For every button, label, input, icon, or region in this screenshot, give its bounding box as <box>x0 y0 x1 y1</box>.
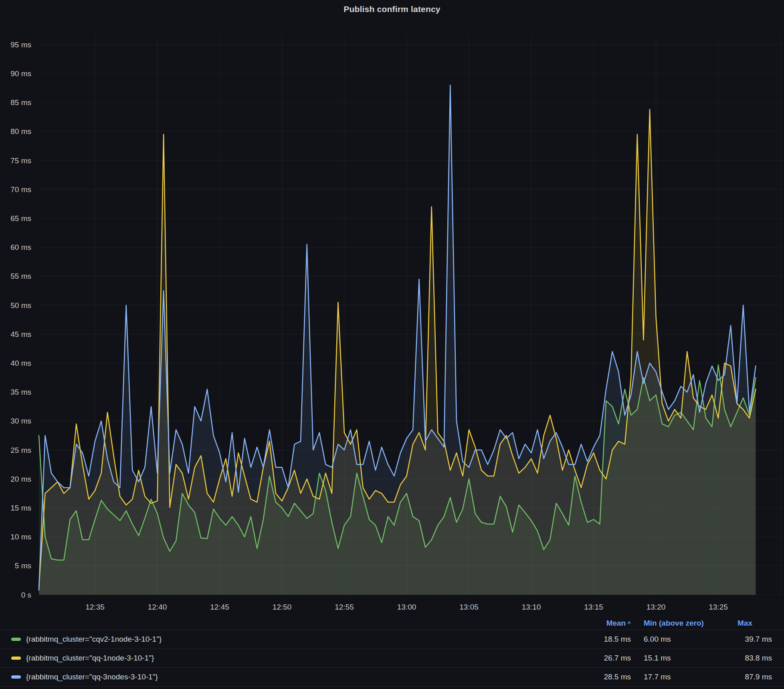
x-axis-tick-label: 12:55 <box>335 603 354 611</box>
x-axis-tick-label: 13:10 <box>522 603 541 611</box>
publish-confirm-latency-panel: Publish confirm latency 0 s5 ms10 ms15 m… <box>0 0 784 689</box>
y-axis-tick-label: 90 ms <box>10 69 31 78</box>
legend-header-max[interactable]: Max <box>716 619 784 628</box>
max-value: 87.9 ms <box>716 673 784 681</box>
series-color-swatch <box>11 657 21 660</box>
mean-value: 28.5 ms <box>563 673 631 681</box>
y-axis-tick-label: 30 ms <box>10 417 31 425</box>
legend-row: {rabbitmq_cluster="qq-3nodes-3-10-1"} 28… <box>0 667 784 687</box>
series-color-swatch <box>11 675 21 679</box>
y-axis-tick-label: 25 ms <box>10 446 31 454</box>
x-axis-tick-label: 13:05 <box>459 603 479 611</box>
series-color-swatch <box>11 638 21 641</box>
x-axis-tick-label: 13:00 <box>397 603 416 611</box>
x-axis-tick-label: 13:15 <box>584 603 603 611</box>
sort-ascending-icon: ^ <box>627 620 631 627</box>
min-value: 17.7 ms <box>631 673 716 681</box>
mean-value: 18.5 ms <box>563 635 631 644</box>
y-axis-tick-label: 50 ms <box>10 301 31 310</box>
y-axis-tick-label: 85 ms <box>10 98 31 107</box>
series-label[interactable]: {rabbitmq_cluster="qq-3nodes-3-10-1"} <box>26 673 158 681</box>
legend-row: {rabbitmq_cluster="qq-1node-3-10-1"} 26.… <box>0 648 784 667</box>
y-axis-tick-label: 35 ms <box>10 388 31 396</box>
y-axis-tick-label: 80 ms <box>10 127 31 136</box>
time-series-chart[interactable]: 0 s5 ms10 ms15 ms20 ms25 ms30 ms35 ms40 … <box>0 0 784 614</box>
y-axis-tick-label: 40 ms <box>10 359 31 367</box>
x-axis-tick-label: 12:40 <box>148 603 167 611</box>
series-label[interactable]: {rabbitmq_cluster="qq-1node-3-10-1"} <box>26 654 154 663</box>
max-value: 39.7 ms <box>716 635 784 644</box>
y-axis-tick-label: 55 ms <box>10 272 31 280</box>
mean-value: 26.7 ms <box>563 654 631 663</box>
x-axis-tick-label: 12:50 <box>273 603 292 611</box>
x-axis-tick-label: 13:25 <box>709 603 728 611</box>
max-value: 83.8 ms <box>716 654 784 663</box>
y-axis-tick-label: 65 ms <box>10 214 31 223</box>
y-axis-tick-label: 45 ms <box>10 330 31 338</box>
series-label[interactable]: {rabbitmq_cluster="cqv2-1node-3-10-1"} <box>26 635 162 644</box>
legend-row: {rabbitmq_cluster="cqv2-1node-3-10-1"} 1… <box>0 630 784 648</box>
legend-header-min[interactable]: Min (above zero) <box>631 619 716 628</box>
x-axis-tick-label: 12:35 <box>85 603 105 611</box>
y-axis-tick-label: 70 ms <box>10 185 31 194</box>
y-axis-tick-label: 5 ms <box>15 561 31 570</box>
legend-header: Mean^ Min (above zero) Max <box>0 617 784 630</box>
y-axis-tick-label: 60 ms <box>10 243 31 251</box>
min-value: 15.1 ms <box>631 654 716 663</box>
legend-sort-mean[interactable]: Mean^ <box>563 619 631 628</box>
y-axis-tick-label: 10 ms <box>10 533 31 541</box>
x-axis-tick-label: 12:45 <box>210 603 229 611</box>
min-value: 6.00 ms <box>631 635 716 644</box>
x-axis-tick-label: 13:20 <box>647 603 666 611</box>
legend: Mean^ Min (above zero) Max {rabbitmq_clu… <box>0 617 784 687</box>
y-axis-tick-label: 75 ms <box>10 156 31 165</box>
y-axis-tick-label: 0 s <box>21 591 31 599</box>
chart-canvas[interactable]: 0 s5 ms10 ms15 ms20 ms25 ms30 ms35 ms40 … <box>0 0 784 614</box>
y-axis-tick-label: 95 ms <box>10 41 31 49</box>
y-axis-tick-label: 20 ms <box>10 475 31 483</box>
y-axis-tick-label: 15 ms <box>10 504 31 512</box>
